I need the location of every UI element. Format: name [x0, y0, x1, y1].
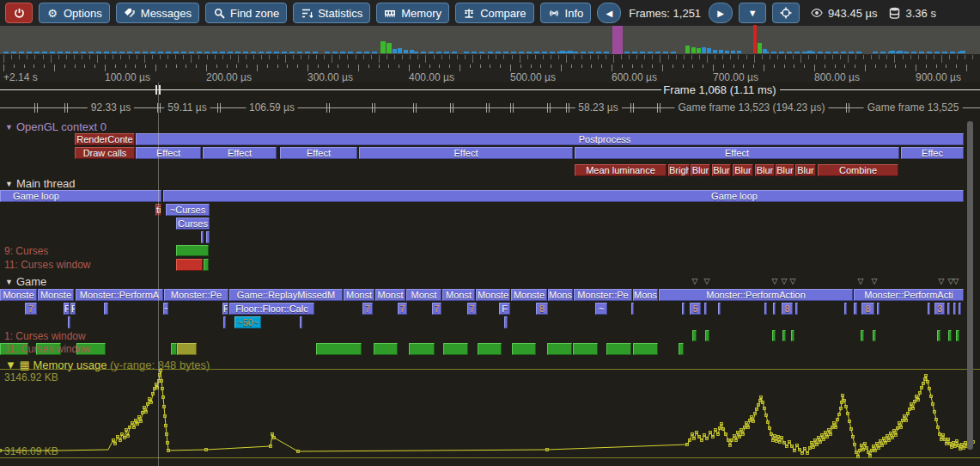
- frame-bar[interactable]: [898, 51, 903, 53]
- zone-bar[interactable]: [718, 303, 721, 315]
- memory-button[interactable]: Memory: [376, 3, 449, 23]
- zone-bar[interactable]: [764, 303, 767, 315]
- zone-bar[interactable]: Monster::Pe: [164, 289, 228, 301]
- frame-bar[interactable]: [719, 50, 723, 53]
- frame-bar[interactable]: [11, 52, 16, 53]
- zone-bar[interactable]: [300, 316, 302, 328]
- frame-bar[interactable]: [880, 52, 886, 53]
- zone-bar[interactable]: [795, 303, 798, 315]
- zone-bar[interactable]: Floor::Floor::Calc: [229, 303, 314, 315]
- frame-bar[interactable]: [127, 52, 132, 53]
- frame-bar[interactable]: [573, 52, 578, 53]
- frame-bar[interactable]: [890, 51, 895, 53]
- frame-bar[interactable]: [27, 52, 32, 53]
- frame-bar[interactable]: [73, 52, 78, 53]
- frame-bar[interactable]: [173, 52, 179, 53]
- frame-bar[interactable]: [189, 52, 194, 53]
- frame-overview-strip[interactable]: [0, 26, 980, 54]
- zone-bar[interactable]: Effect: [280, 147, 357, 159]
- frame-bar[interactable]: [472, 52, 477, 53]
- options-button[interactable]: ⚙Options: [39, 3, 110, 23]
- zone-bar[interactable]: [947, 303, 950, 315]
- zone-bar[interactable]: Mons: [548, 289, 573, 301]
- frame-bar[interactable]: [58, 52, 63, 53]
- zone-bar[interactable]: [844, 303, 847, 315]
- frame-bar[interactable]: [429, 52, 434, 53]
- zone-bar[interactable]: [948, 330, 952, 341]
- frame-bar[interactable]: [251, 52, 256, 53]
- frame-bar[interactable]: [904, 52, 909, 53]
- frame-bar[interactable]: [581, 52, 586, 53]
- zone-bar[interactable]: ~50~: [234, 316, 261, 328]
- zone-bar[interactable]: Mons: [633, 289, 658, 301]
- zone-bar[interactable]: F: [64, 303, 70, 315]
- zone-bar[interactable]: Game loop: [163, 190, 964, 202]
- zone-bar[interactable]: [68, 316, 70, 328]
- frame-bar[interactable]: [588, 52, 593, 53]
- message-marker-icon[interactable]: ▽: [782, 277, 788, 285]
- zone-bar[interactable]: [171, 343, 177, 355]
- frame-bar[interactable]: [444, 52, 449, 53]
- frame-bar[interactable]: [753, 25, 757, 53]
- zone-bar[interactable]: Monst: [406, 289, 441, 301]
- zone-bar[interactable]: RenderConte: [75, 133, 135, 145]
- frame-bar[interactable]: [596, 52, 601, 53]
- frame-bar[interactable]: [274, 52, 279, 53]
- zone-bar[interactable]: [547, 343, 572, 355]
- frame-bar[interactable]: [503, 52, 508, 53]
- frame-bar[interactable]: [81, 52, 86, 53]
- power-button[interactable]: [5, 3, 33, 23]
- frame-bar[interactable]: [404, 50, 408, 53]
- message-marker-icon[interactable]: ▽: [704, 277, 710, 285]
- messages-button[interactable]: Messages: [116, 3, 199, 23]
- frame-bar[interactable]: [380, 41, 386, 53]
- frame-bar[interactable]: [452, 52, 457, 53]
- frame-bar[interactable]: [488, 52, 493, 53]
- frame-bar[interactable]: [421, 52, 426, 53]
- section-header-opengl-context-0[interactable]: ▼OpenGL context 0: [5, 120, 107, 133]
- frame-bar[interactable]: [348, 52, 353, 53]
- zone-bar[interactable]: Monst: [344, 289, 374, 301]
- frame-bar[interactable]: [204, 52, 210, 53]
- frame-bar[interactable]: [807, 51, 813, 53]
- zone-bar[interactable]: Effect: [359, 147, 573, 159]
- frame-bar[interactable]: [640, 52, 645, 53]
- prev-frame-button[interactable]: ◀: [597, 3, 621, 23]
- frame-bar[interactable]: [356, 52, 362, 53]
- frame-bar[interactable]: [19, 52, 24, 53]
- zone-bar[interactable]: Monster::PerformA: [76, 289, 163, 301]
- zone-bar[interactable]: [504, 316, 508, 328]
- frame-bar[interactable]: [313, 52, 318, 53]
- zone-bar[interactable]: [692, 330, 697, 341]
- frame-bar[interactable]: [685, 46, 690, 53]
- zone-bar[interactable]: [937, 330, 940, 341]
- zone-bar[interactable]: 7: [398, 303, 407, 315]
- zone-bar[interactable]: [177, 343, 197, 355]
- frame-bar[interactable]: [436, 52, 441, 53]
- zone-bar[interactable]: Monste: [476, 289, 510, 301]
- frame-bar[interactable]: [112, 52, 117, 53]
- zone-bar[interactable]: Brigh: [668, 164, 690, 176]
- frame-bar[interactable]: [519, 52, 524, 53]
- zone-bar[interactable]: F: [499, 303, 510, 315]
- collapse-arrow-icon[interactable]: ▼: [5, 123, 13, 132]
- frame-bar[interactable]: [663, 52, 668, 53]
- frame-bar[interactable]: [833, 52, 838, 53]
- zone-bar[interactable]: [772, 330, 776, 341]
- zone-bar[interactable]: Curses: [176, 218, 210, 230]
- zone-bar[interactable]: [201, 231, 204, 243]
- frame-bar[interactable]: [568, 51, 573, 53]
- collapse-arrow-icon[interactable]: ▼: [5, 180, 13, 188]
- zone-bar[interactable]: Combine: [818, 164, 898, 176]
- frame-bar[interactable]: [702, 47, 706, 53]
- frame-bar[interactable]: [398, 48, 402, 53]
- memory-section-header[interactable]: ▼ ▦ Memory usage (y-range: 848 bytes): [5, 359, 210, 371]
- zone-bar[interactable]: ~Curses: [166, 204, 210, 216]
- zone-bar[interactable]: ~: [163, 303, 168, 315]
- frame-bar[interactable]: [527, 52, 532, 53]
- frame-bar[interactable]: [779, 52, 784, 53]
- frame-bar[interactable]: [65, 52, 70, 53]
- frame-bar[interactable]: [135, 52, 140, 53]
- zone-bar[interactable]: [782, 330, 786, 341]
- focus-view-button[interactable]: [772, 3, 800, 23]
